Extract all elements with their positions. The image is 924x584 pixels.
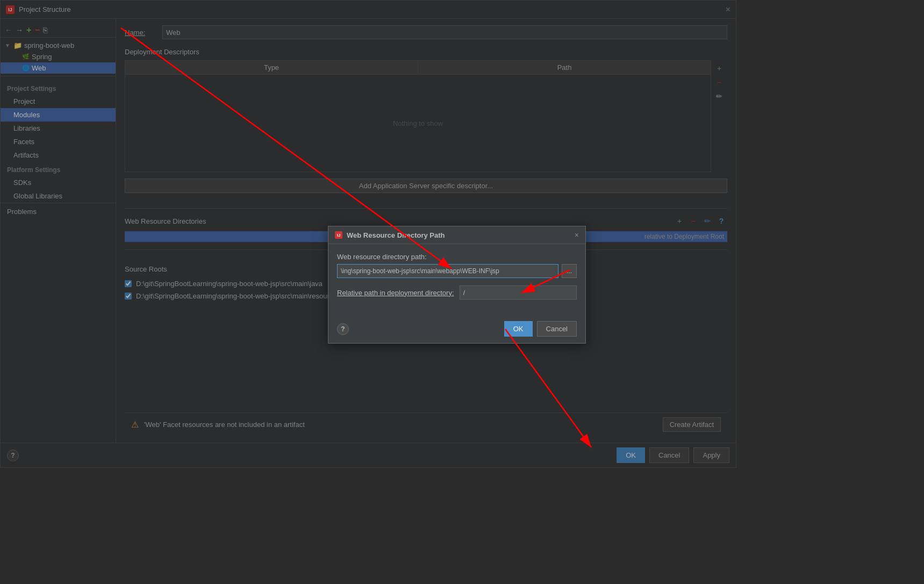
modal-footer-buttons: OK Cancel (504, 321, 577, 337)
modal-overlay: IJ Web Resource Directory Path × Web res… (0, 0, 736, 468)
modal-icon: IJ (335, 231, 342, 239)
modal-title-bar: IJ Web Resource Directory Path × (328, 226, 585, 244)
modal-body: Web resource directory path: ... Relativ… (328, 244, 585, 317)
modal-cancel-button[interactable]: Cancel (537, 321, 577, 337)
modal-close-button[interactable]: × (575, 231, 579, 239)
modal-relative-field-row: Relative path in deployment directory: (337, 286, 577, 300)
modal-title-left: IJ Web Resource Directory Path (335, 231, 445, 239)
modal-path-input[interactable] (337, 264, 558, 278)
modal-path-label: Web resource directory path: (337, 253, 577, 261)
modal-ok-button[interactable]: OK (504, 321, 533, 337)
modal-footer: ? OK Cancel (328, 317, 585, 343)
modal-relative-input[interactable] (460, 286, 577, 300)
modal-browse-button[interactable]: ... (562, 264, 577, 278)
modal-title: Web Resource Directory Path (347, 231, 445, 239)
modal-relative-label: Relative path in deployment directory: (337, 289, 454, 297)
web-resource-directory-dialog: IJ Web Resource Directory Path × Web res… (328, 226, 586, 344)
modal-help-button[interactable]: ? (337, 323, 349, 335)
modal-path-input-row: ... (337, 264, 577, 278)
